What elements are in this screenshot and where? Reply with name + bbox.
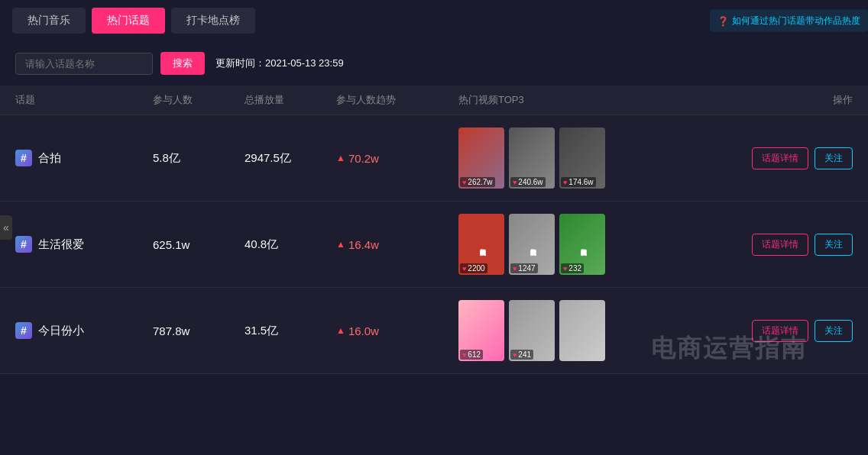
search-bar: 搜索 更新时间：2021-05-13 23:59 — [0, 41, 868, 86]
help-text: 如何通过热门话题带动作品热度 — [732, 15, 860, 27]
topic-cell-2: # 生活很爱 — [15, 236, 153, 253]
video-like-3-2: ♥ 241 — [510, 350, 533, 360]
heart-icon: ♥ — [462, 265, 466, 273]
sidebar-collapse-arrow[interactable]: « — [0, 215, 12, 240]
topic-cell-3: # 今日份小 — [15, 322, 153, 339]
trend-3: ▲ 16.0w — [336, 324, 458, 337]
header-actions: 操作 — [761, 93, 853, 107]
heart-icon: ♥ — [513, 265, 517, 273]
trend-1: ▲ 70.2w — [336, 152, 458, 165]
video-thumb-3-2[interactable]: ♥ 241 — [509, 300, 555, 361]
header-top-videos: 热门视频TOP3 — [458, 93, 761, 107]
trend-arrow-3: ▲ — [336, 325, 345, 336]
tab-hot-music[interactable]: 热门音乐 — [12, 8, 86, 34]
participants-1: 5.8亿 — [153, 151, 245, 166]
btn-detail-3[interactable]: 话题详情 — [752, 320, 808, 342]
videos-cell-3: ♥ 612 ♥ 241 — [458, 300, 761, 361]
header-trend: 参与人数趋势 — [336, 93, 458, 107]
videos-cell-2: 视频已删除此视频带货 ♥ 2200 视频已删除此视频带货 ♥ 1247 视频已删… — [458, 214, 761, 275]
table-body: # 合拍 5.8亿 2947.5亿 ▲ 70.2w ♥ 262.7w ♥ 240… — [0, 115, 868, 374]
actions-cell-1: 话题详情 关注 — [761, 147, 853, 169]
topic-icon-1: # — [15, 150, 32, 166]
participants-3: 787.8w — [153, 324, 245, 337]
trend-value-3: 16.0w — [348, 324, 379, 337]
heart-icon: ♥ — [563, 265, 567, 273]
video-thumb-2-1[interactable]: 视频已删除此视频带货 ♥ 2200 — [458, 214, 504, 275]
video-like-2-2: ♥ 1247 — [510, 263, 538, 273]
video-thumb-3-3[interactable] — [559, 300, 605, 361]
search-input[interactable] — [15, 53, 153, 75]
plays-2: 40.8亿 — [245, 237, 336, 252]
top-nav: 热门音乐 热门话题 打卡地点榜 ❓ 如何通过热门话题带动作品热度 — [0, 0, 868, 41]
topic-name-3: 今日份小 — [38, 324, 84, 338]
video-thumb-2-3[interactable]: 视频已删除此视频带货 ♥ 232 — [559, 214, 605, 275]
header-plays: 总播放量 — [245, 93, 336, 107]
tab-hot-topics[interactable]: 热门话题 — [92, 8, 165, 34]
trend-2: ▲ 16.4w — [336, 238, 458, 251]
video-like-2-1: ♥ 2200 — [460, 263, 487, 273]
question-icon: ❓ — [717, 15, 729, 26]
table-row: # 生活很爱 625.1w 40.8亿 ▲ 16.4w 视频已删除此视频带货 ♥… — [0, 202, 868, 288]
trend-arrow-2: ▲ — [336, 239, 345, 250]
video-thumb-1-1[interactable]: ♥ 262.7w — [458, 127, 504, 189]
participants-2: 625.1w — [153, 238, 245, 251]
topic-name-2: 生活很爱 — [38, 237, 84, 252]
actions-cell-3: 话题详情 关注 — [761, 320, 853, 342]
trend-arrow-1: ▲ — [336, 153, 345, 163]
video-like-1-2: ♥ 240.6w — [510, 177, 546, 187]
btn-detail-1[interactable]: 话题详情 — [752, 147, 808, 169]
video-like-3-1: ♥ 612 — [460, 350, 483, 360]
table-row: # 今日份小 787.8w 31.5亿 ▲ 16.0w ♥ 612 ♥ 241 — [0, 288, 868, 374]
plays-1: 2947.5亿 — [245, 151, 336, 166]
table-row: # 合拍 5.8亿 2947.5亿 ▲ 70.2w ♥ 262.7w ♥ 240… — [0, 115, 868, 202]
heart-icon: ♥ — [563, 179, 567, 186]
help-link[interactable]: ❓ 如何通过热门话题带动作品热度 — [710, 10, 868, 32]
videos-cell-1: ♥ 262.7w ♥ 240.6w ♥ 174.6w — [458, 127, 761, 189]
actions-cell-2: 话题详情 关注 — [761, 234, 853, 256]
topic-icon-3: # — [15, 322, 32, 339]
btn-follow-2[interactable]: 关注 — [815, 234, 853, 256]
trend-value-2: 16.4w — [348, 238, 379, 251]
header-topic: 话题 — [15, 93, 153, 107]
tab-checkin-rank[interactable]: 打卡地点榜 — [171, 8, 255, 34]
search-button[interactable]: 搜索 — [160, 52, 205, 75]
video-thumb-1-2[interactable]: ♥ 240.6w — [509, 127, 555, 189]
table-header: 话题 参与人数 总播放量 参与人数趋势 热门视频TOP3 操作 — [0, 86, 868, 115]
video-thumb-1-3[interactable]: ♥ 174.6w — [559, 127, 605, 189]
topic-icon-2: # — [15, 236, 32, 253]
heart-icon: ♥ — [462, 179, 466, 186]
video-like-2-3: ♥ 232 — [561, 263, 584, 273]
video-thumb-3-1[interactable]: ♥ 612 — [458, 300, 504, 361]
btn-follow-3[interactable]: 关注 — [815, 320, 853, 342]
heart-icon: ♥ — [513, 179, 517, 186]
header-participants: 参与人数 — [153, 93, 245, 107]
video-like-1-3: ♥ 174.6w — [561, 177, 596, 187]
btn-follow-1[interactable]: 关注 — [815, 147, 853, 169]
heart-icon: ♥ — [462, 351, 466, 359]
plays-3: 31.5亿 — [245, 324, 336, 338]
video-like-1-1: ♥ 262.7w — [460, 177, 495, 187]
btn-detail-2[interactable]: 话题详情 — [752, 234, 808, 256]
trend-value-1: 70.2w — [348, 152, 379, 165]
topic-cell-1: # 合拍 — [15, 150, 153, 166]
heart-icon: ♥ — [513, 351, 517, 359]
topic-name-1: 合拍 — [38, 151, 61, 166]
update-time-label: 更新时间：2021-05-13 23:59 — [215, 56, 344, 70]
video-thumb-2-2[interactable]: 视频已删除此视频带货 ♥ 1247 — [509, 214, 555, 275]
